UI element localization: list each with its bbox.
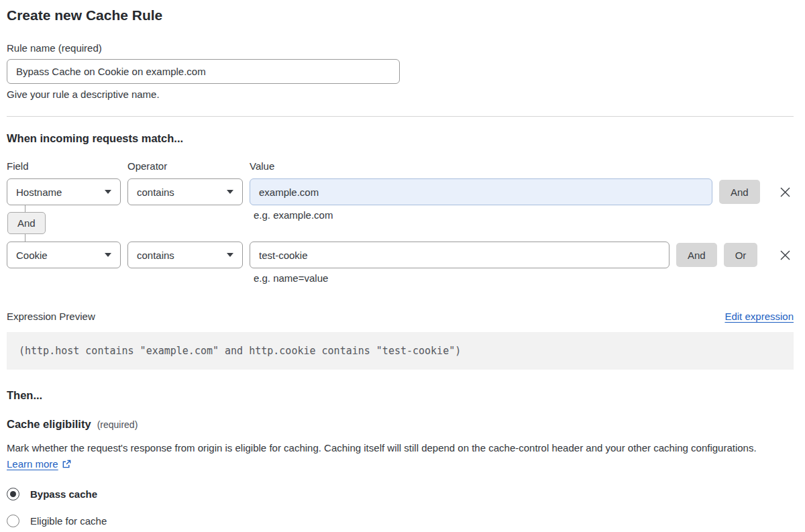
description-text: Mark whether the request's response from… bbox=[7, 442, 757, 454]
or-button-row-2[interactable]: Or bbox=[724, 243, 758, 267]
value-hint-2: e.g. name=value bbox=[254, 272, 794, 284]
expression-preview-header: Expression Preview Edit expression bbox=[7, 311, 794, 323]
operator-select-1-value: contains bbox=[137, 187, 174, 198]
and-button-row-1[interactable]: And bbox=[719, 180, 760, 204]
radio-label-eligible-for-cache: Eligible for cache bbox=[30, 515, 107, 527]
create-cache-rule-page: Create new Cache Rule Rule name (require… bbox=[0, 0, 805, 532]
value-hint-1: e.g. example.com bbox=[254, 209, 333, 221]
radio-label-bypass-cache: Bypass cache bbox=[30, 488, 97, 500]
chevron-down-icon bbox=[227, 253, 233, 257]
required-note: (required) bbox=[97, 419, 138, 430]
radio-selected-icon[interactable] bbox=[7, 488, 19, 500]
field-select-1-value: Hostname bbox=[16, 187, 62, 198]
field-select-1[interactable]: Hostname bbox=[7, 178, 121, 205]
close-icon bbox=[779, 249, 792, 262]
and-button-row-2[interactable]: And bbox=[676, 243, 717, 267]
remove-condition-button-2[interactable] bbox=[776, 246, 794, 264]
match-section-heading: When incoming requests match... bbox=[7, 131, 794, 145]
value-input-2[interactable] bbox=[250, 242, 669, 268]
edit-expression-link[interactable]: Edit expression bbox=[724, 311, 794, 323]
condition-connector-area: And e.g. example.com bbox=[7, 205, 794, 242]
cache-eligibility-description: Mark whether the request's response from… bbox=[7, 440, 778, 472]
then-heading: Then... bbox=[7, 388, 794, 402]
field-select-2-value: Cookie bbox=[16, 250, 48, 261]
rule-name-input[interactable] bbox=[7, 59, 400, 84]
chevron-down-icon bbox=[105, 190, 111, 194]
cache-eligibility-heading: Cache eligibility bbox=[7, 417, 91, 431]
radio-option-eligible-for-cache[interactable]: Eligible for cache bbox=[7, 515, 794, 527]
rule-name-label: Rule name (required) bbox=[7, 42, 794, 54]
connector-and-button[interactable]: And bbox=[7, 212, 46, 234]
operator-column-label: Operator bbox=[127, 160, 250, 172]
radio-option-bypass-cache[interactable]: Bypass cache bbox=[7, 488, 794, 500]
field-select-2[interactable]: Cookie bbox=[7, 242, 121, 268]
section-divider bbox=[7, 116, 794, 117]
expression-preview-label: Expression Preview bbox=[7, 311, 95, 323]
cache-eligibility-heading-row: Cache eligibility (required) bbox=[7, 417, 794, 431]
field-column-label: Field bbox=[7, 160, 127, 172]
chevron-down-icon bbox=[227, 190, 233, 194]
learn-more-link[interactable]: Learn more bbox=[7, 458, 58, 470]
close-icon bbox=[779, 186, 792, 199]
expression-code-block: (http.host contains "example.com" and ht… bbox=[7, 332, 794, 370]
remove-condition-button-1[interactable] bbox=[776, 183, 794, 201]
page-title: Create new Cache Rule bbox=[7, 6, 794, 24]
condition-row-2: Cookie contains And Or bbox=[7, 242, 794, 268]
value-column-label: Value bbox=[250, 160, 274, 172]
operator-select-2[interactable]: contains bbox=[127, 242, 243, 268]
condition-row-1: Hostname contains And bbox=[7, 178, 794, 205]
chevron-down-icon bbox=[105, 253, 111, 257]
rule-name-help: Give your rule a descriptive name. bbox=[7, 89, 794, 101]
condition-column-labels: Field Operator Value bbox=[7, 160, 794, 172]
radio-unselected-icon[interactable] bbox=[7, 515, 19, 527]
operator-select-2-value: contains bbox=[137, 250, 174, 261]
external-link-icon bbox=[62, 459, 72, 469]
operator-select-1[interactable]: contains bbox=[127, 178, 243, 205]
value-input-1[interactable] bbox=[250, 178, 712, 205]
